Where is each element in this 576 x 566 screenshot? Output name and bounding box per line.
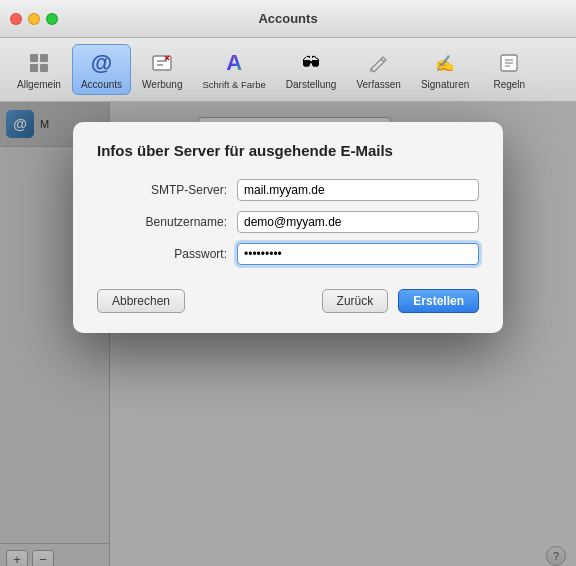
svg-line-9: [381, 59, 384, 62]
title-bar: Accounts: [0, 0, 576, 38]
toolbar-regeln[interactable]: Regeln: [480, 44, 538, 95]
signaturen-icon: ✍️: [431, 49, 459, 77]
modal-right-buttons: Zurück Erstellen: [322, 289, 479, 313]
modal-dialog: Infos über Server für ausgehende E-Mails…: [73, 122, 503, 333]
accounts-icon: @: [87, 49, 115, 77]
modal-overlay: Infos über Server für ausgehende E-Mails…: [0, 102, 576, 566]
accounts-label: Accounts: [81, 79, 122, 90]
window-title: Accounts: [258, 11, 317, 26]
minimize-button[interactable]: [28, 13, 40, 25]
maximize-button[interactable]: [46, 13, 58, 25]
signaturen-label: Signaturen: [421, 79, 469, 90]
toolbar-verfassen[interactable]: Verfassen: [347, 44, 409, 95]
regeln-icon: [495, 49, 523, 77]
traffic-lights: [10, 13, 58, 25]
username-input[interactable]: [237, 211, 479, 233]
allgemein-icon: [25, 49, 53, 77]
toolbar-schrift[interactable]: A Schrift & Farbe: [193, 44, 274, 95]
verfassen-icon: [365, 49, 393, 77]
svg-rect-2: [30, 64, 38, 72]
werbung-icon: [148, 49, 176, 77]
modal-buttons: Abbrechen Zurück Erstellen: [97, 289, 479, 313]
cancel-button[interactable]: Abbrechen: [97, 289, 185, 313]
back-button[interactable]: Zurück: [322, 289, 389, 313]
password-input[interactable]: [237, 243, 479, 265]
regeln-label: Regeln: [493, 79, 525, 90]
darstellung-icon: 🕶: [297, 49, 325, 77]
verfassen-label: Verfassen: [356, 79, 400, 90]
username-form-row: Benutzername:: [97, 211, 479, 233]
create-button[interactable]: Erstellen: [398, 289, 479, 313]
modal-title: Infos über Server für ausgehende E-Mails: [97, 142, 479, 159]
svg-rect-1: [40, 54, 48, 62]
main-content: @ M + − SMTP-Server: smtp.myyam.de:demo@…: [0, 102, 576, 566]
toolbar-allgemein[interactable]: Allgemein: [8, 44, 70, 95]
password-form-label: Passwort:: [97, 247, 227, 261]
username-form-label: Benutzername:: [97, 215, 227, 229]
toolbar-darstellung[interactable]: 🕶 Darstellung: [277, 44, 346, 95]
toolbar-accounts[interactable]: @ Accounts: [72, 44, 131, 95]
allgemein-label: Allgemein: [17, 79, 61, 90]
toolbar: Allgemein @ Accounts Werbung A Schrift &…: [0, 38, 576, 102]
smtp-form-label: SMTP-Server:: [97, 183, 227, 197]
smtp-form-row: SMTP-Server:: [97, 179, 479, 201]
darstellung-label: Darstellung: [286, 79, 337, 90]
svg-rect-4: [153, 56, 171, 70]
toolbar-signaturen[interactable]: ✍️ Signaturen: [412, 44, 478, 95]
close-button[interactable]: [10, 13, 22, 25]
svg-rect-3: [40, 64, 48, 72]
toolbar-werbung[interactable]: Werbung: [133, 44, 191, 95]
schrift-label: Schrift & Farbe: [202, 79, 265, 90]
smtp-server-input[interactable]: [237, 179, 479, 201]
schrift-icon: A: [220, 49, 248, 77]
password-form-row: Passwort:: [97, 243, 479, 265]
svg-rect-0: [30, 54, 38, 62]
werbung-label: Werbung: [142, 79, 182, 90]
